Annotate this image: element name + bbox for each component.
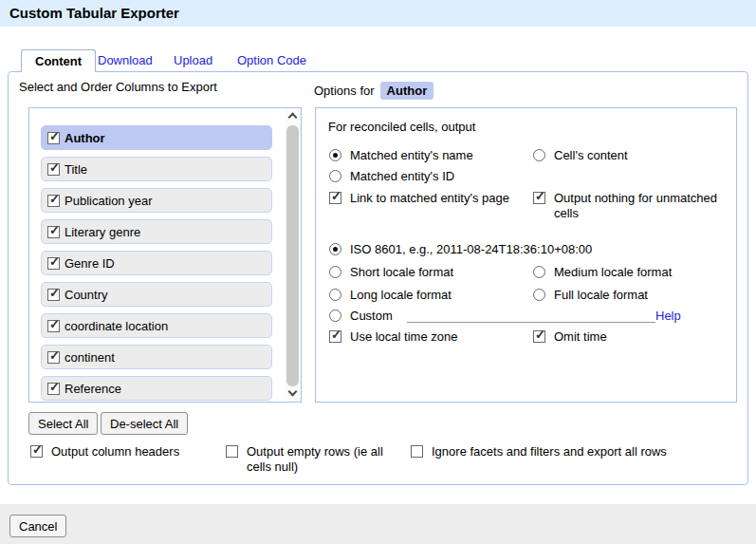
column-checkbox-title[interactable] [47, 163, 60, 176]
reconciled-heading: For reconciled cells, output [328, 120, 475, 135]
column-item-label: Country [65, 288, 108, 302]
radio-iso-8601: ISO 8601, e.g., 2011-08-24T18:36:10+08:0… [329, 242, 592, 257]
columns-heading: Select and Order Columns to Export [19, 80, 217, 94]
checkbox[interactable] [411, 445, 423, 458]
column-item-label: Title [65, 162, 87, 177]
column-checkbox-genre-id[interactable] [47, 257, 60, 270]
column-item-label: Author [65, 131, 105, 145]
checkbox-link-matched-page: Link to matched entity's page [329, 191, 509, 206]
tab-option-code[interactable]: Option Code [237, 49, 306, 72]
radio-long-locale: Long locale format [329, 288, 452, 303]
dialog-footer: Cancel [0, 504, 756, 544]
selected-column-badge: Author [380, 82, 434, 100]
column-item-continent[interactable]: continent [41, 345, 272, 369]
checkbox[interactable] [226, 445, 238, 458]
column-checkbox-publication-year[interactable] [47, 195, 60, 207]
radio-cells-content: Cell's content [533, 148, 628, 163]
radio-button[interactable] [329, 149, 341, 161]
column-item-genre-id[interactable]: Genre ID [41, 251, 272, 275]
radio-matched-entity-name: Matched entity's name [329, 148, 473, 163]
radio-button[interactable] [329, 310, 341, 322]
column-item-label: Reference [65, 382, 121, 396]
checkbox-output-nothing-unmatched: Output nothing for unmatched cells [533, 191, 734, 221]
tab-upload[interactable]: Upload [174, 49, 212, 72]
checkbox-omit-time: Omit time [533, 329, 607, 345]
scrollbar-thumb[interactable] [286, 125, 299, 386]
radio-button[interactable] [533, 266, 545, 278]
column-checkbox-literary-genre[interactable] [47, 226, 60, 238]
tab-content[interactable]: Content [21, 49, 96, 72]
help-link[interactable]: Help [655, 309, 681, 323]
checkbox-use-local-timezone: Use local time zone [329, 329, 457, 345]
checkbox-output-column-headers: Output column headers [30, 444, 179, 460]
column-item-reference[interactable]: Reference [41, 376, 272, 401]
radio-button[interactable] [329, 170, 341, 182]
column-item-label: coordinate location [65, 319, 168, 333]
columns-listbox: Author Title Publication year Literary g… [28, 107, 302, 403]
checkbox[interactable] [533, 192, 545, 204]
column-item-label: continent [65, 350, 115, 365]
radio-button[interactable] [329, 243, 341, 255]
radio-custom-format: Custom [329, 309, 655, 324]
checkbox[interactable] [329, 192, 341, 204]
radio-button[interactable] [533, 149, 545, 161]
column-item-coordinate-location[interactable]: coordinate location [41, 313, 272, 338]
radio-matched-entity-id: Matched entity's ID [329, 169, 454, 184]
column-checkbox-country[interactable] [47, 289, 60, 301]
options-for-label: Options for [314, 84, 375, 98]
column-item-label: Literary genre [65, 225, 140, 239]
checkbox[interactable] [30, 445, 43, 458]
listbox-scrollbar[interactable] [285, 108, 301, 402]
column-item-title[interactable]: Title [41, 157, 272, 181]
radio-button[interactable] [329, 289, 341, 301]
checkbox-output-empty-rows: Output empty rows (ie all cells null) [226, 444, 398, 475]
options-heading: Options for Author [314, 80, 433, 101]
cancel-button[interactable]: Cancel [9, 515, 66, 537]
radio-button[interactable] [533, 289, 545, 301]
column-item-label: Genre ID [65, 256, 115, 271]
checkbox-ignore-facets: Ignore facets and filters and export all… [411, 444, 667, 460]
column-item-label: Publication year [65, 194, 153, 208]
radio-full-locale: Full locale format [533, 288, 648, 303]
radio-medium-locale: Medium locale format [533, 265, 672, 280]
column-item-author[interactable]: Author [41, 125, 272, 150]
tab-download[interactable]: Download [98, 49, 153, 72]
select-all-button[interactable]: Select All [28, 412, 98, 435]
column-checkbox-author[interactable] [47, 132, 60, 144]
column-checkbox-reference[interactable] [47, 383, 60, 395]
deselect-all-button[interactable]: De-select All [101, 412, 188, 435]
checkbox[interactable] [329, 330, 341, 343]
scroll-up-icon[interactable] [285, 108, 301, 123]
scroll-down-icon[interactable] [285, 386, 301, 402]
radio-short-locale: Short locale format [329, 265, 453, 280]
custom-tabular-exporter-dialog: Custom Tabular Exporter Content Download… [0, 0, 756, 544]
column-checkbox-continent[interactable] [47, 351, 60, 364]
column-item-country[interactable]: Country [41, 282, 272, 307]
dialog-title: Custom Tabular Exporter [9, 0, 179, 27]
column-item-publication-year[interactable]: Publication year [41, 188, 272, 213]
dialog-header: Custom Tabular Exporter [0, 0, 756, 27]
column-item-literary-genre[interactable]: Literary genre [41, 219, 272, 244]
column-checkbox-coordinate-location[interactable] [47, 320, 60, 332]
checkbox[interactable] [533, 330, 545, 343]
custom-date-format-input[interactable] [407, 309, 655, 323]
radio-button[interactable] [329, 266, 341, 278]
